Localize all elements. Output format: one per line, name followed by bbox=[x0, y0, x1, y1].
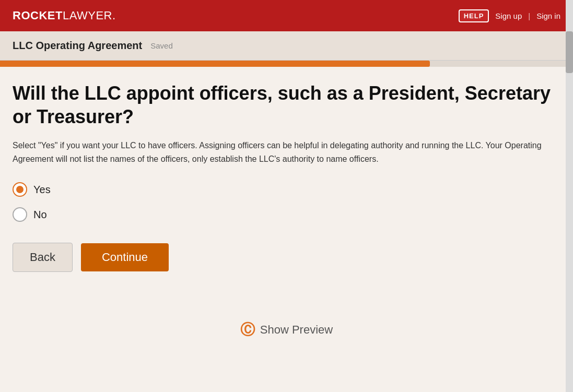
pipe-divider: | bbox=[528, 11, 530, 20]
radio-option-no[interactable]: No bbox=[13, 207, 552, 222]
back-button[interactable]: Back bbox=[13, 243, 73, 272]
app-header: ROCKETLAWYER. HELP Sign up | Sign in bbox=[0, 0, 573, 31]
main-content: Will the LLC appoint officers, such as a… bbox=[0, 67, 564, 310]
question-description: Select "Yes" if you want your LLC to hav… bbox=[13, 139, 552, 165]
progress-bar-container bbox=[0, 61, 573, 67]
logo-rest: LAWYER. bbox=[63, 9, 116, 22]
radio-circle-yes bbox=[13, 182, 27, 197]
radio-group: Yes No bbox=[13, 182, 552, 222]
continue-button[interactable]: Continue bbox=[81, 243, 169, 271]
radio-dot-yes bbox=[16, 186, 24, 193]
show-preview-row: Ⓒ Show Preview bbox=[0, 310, 573, 350]
signup-link[interactable]: Sign up bbox=[495, 11, 522, 20]
radio-label-no: No bbox=[33, 209, 47, 221]
show-preview-link[interactable]: Show Preview bbox=[260, 323, 333, 337]
sub-header: LLC Operating Agreement Saved bbox=[0, 31, 573, 61]
scrollbar-thumb[interactable] bbox=[566, 31, 573, 73]
progress-bar-fill bbox=[0, 61, 430, 67]
logo-bold: ROCKET bbox=[13, 9, 63, 22]
radio-option-yes[interactable]: Yes bbox=[13, 182, 552, 197]
logo: ROCKETLAWYER. bbox=[13, 9, 116, 22]
document-title: LLC Operating Agreement bbox=[13, 40, 142, 52]
scrollbar-track bbox=[566, 0, 573, 392]
header-right: HELP Sign up | Sign in bbox=[459, 9, 560, 22]
signin-link[interactable]: Sign in bbox=[536, 11, 560, 20]
button-row: Back Continue bbox=[13, 243, 552, 272]
preview-icon: Ⓒ bbox=[240, 320, 255, 340]
radio-circle-no bbox=[13, 207, 27, 222]
radio-label-yes: Yes bbox=[33, 184, 51, 196]
question-title: Will the LLC appoint officers, such as a… bbox=[13, 81, 552, 128]
help-badge[interactable]: HELP bbox=[459, 9, 489, 22]
saved-status: Saved bbox=[150, 41, 173, 50]
